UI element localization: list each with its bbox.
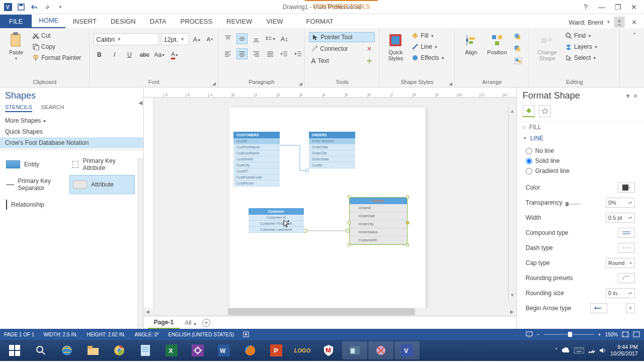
taskbar-snip[interactable] — [368, 341, 393, 359]
font-color-icon[interactable]: A▼ — [169, 49, 180, 60]
taskbar-settings[interactable] — [185, 341, 210, 359]
file-tab[interactable]: FILE — [0, 15, 32, 28]
scrollbar-thumb[interactable] — [228, 308, 415, 315]
erd-customer-header[interactable]: Customer — [249, 208, 304, 215]
line-width-input[interactable]: 0.5 pt▴▾ — [606, 213, 635, 223]
stencils-tab[interactable]: STENCILS — [5, 104, 32, 112]
tab-format[interactable]: FORMAT — [299, 15, 341, 28]
fill-line-tab-icon[interactable] — [523, 105, 535, 117]
compound-type-picker[interactable] — [618, 228, 635, 238]
tab-design[interactable]: DESIGN — [104, 15, 143, 28]
layers-button[interactable]: Layers▼ — [563, 42, 600, 51]
solid-line-radio[interactable] — [526, 158, 532, 164]
shape-styles-launcher-icon[interactable]: ◢ — [449, 81, 452, 86]
align-right-icon[interactable] — [251, 48, 262, 59]
minimize-icon[interactable]: — — [596, 1, 608, 13]
status-page[interactable]: PAGE 1 OF 1 — [4, 332, 34, 337]
send-back-icon[interactable] — [513, 43, 524, 54]
align-center-icon[interactable] — [236, 48, 248, 59]
select-button[interactable]: Select▼ — [563, 53, 600, 62]
line-color-picker[interactable] — [618, 183, 635, 193]
zoom-level[interactable]: 150% — [605, 332, 618, 337]
quick-shapes-item[interactable]: Quick Shapes — [0, 126, 143, 137]
decrease-font-icon[interactable]: A▼ — [204, 34, 215, 45]
align-bottom-icon[interactable] — [251, 33, 262, 44]
shapes-scrollbar[interactable] — [137, 158, 143, 329]
change-case-icon[interactable]: Aa▼ — [154, 49, 165, 60]
fit-page-icon[interactable] — [622, 331, 629, 337]
tray-keyboard-icon[interactable] — [574, 347, 584, 353]
canvas-scroll-vertical[interactable]: ▲▼ — [508, 108, 516, 300]
erd-orders-header[interactable]: ORDERS — [309, 132, 355, 138]
cap-type-select[interactable]: Round▼ — [606, 258, 635, 268]
paragraph-launcher-icon[interactable]: ◢ — [299, 81, 302, 86]
drawing-page[interactable]: CUSTOMERS CustID CustFirstName CustLastN… — [229, 108, 426, 308]
tab-data[interactable]: DATA — [143, 15, 174, 28]
page-tab[interactable]: Page-1 — [148, 317, 180, 329]
font-launcher-icon[interactable]: ◢ — [212, 81, 216, 86]
tray-show-hidden-icon[interactable]: ˄ — [555, 347, 558, 354]
active-stencil[interactable]: Crow's Foot Database Notation — [0, 137, 143, 148]
find-button[interactable]: Find▼ — [563, 31, 600, 40]
taskbar-app1[interactable] — [342, 341, 367, 359]
pointer-tool-button[interactable]: Pointer Tool — [309, 32, 375, 42]
format-painter-button[interactable]: Format Painter — [30, 53, 83, 62]
rounding-size-input[interactable]: 0 in.▴▾ — [606, 288, 635, 298]
shapes-collapse-icon[interactable]: ◀ — [138, 100, 142, 106]
change-shape-button[interactable]: Change Shape — [533, 30, 561, 63]
taskbar-firefox[interactable] — [237, 341, 263, 359]
tray-network-icon[interactable] — [588, 347, 595, 353]
taskbar-chrome[interactable] — [107, 341, 132, 359]
strikethrough-icon[interactable]: abc — [139, 49, 150, 60]
shape-entity[interactable]: Entity — [3, 155, 68, 174]
zoom-out-icon[interactable]: − — [537, 332, 540, 337]
pane-options-icon[interactable]: ▼ — [625, 93, 631, 100]
bring-front-icon[interactable] — [513, 31, 524, 42]
paste-button[interactable]: Paste ▼ — [4, 30, 28, 63]
rounding-presets-picker[interactable] — [618, 273, 635, 283]
page-all[interactable]: All ▲ — [185, 319, 197, 326]
tray-onedrive-icon[interactable] — [562, 347, 570, 353]
shape-attribute[interactable]: Attribute — [69, 175, 135, 194]
tray-volume-icon[interactable] — [599, 347, 606, 353]
taskbar-excel[interactable]: X — [159, 341, 184, 359]
macro-record-icon[interactable] — [243, 331, 249, 337]
bullets-icon[interactable]: ▼ — [265, 33, 276, 44]
begin-arrow-picker[interactable]: ▼ — [626, 303, 635, 313]
connector-tool-button[interactable]: Connector — [309, 44, 362, 53]
tab-insert[interactable]: INSERT — [65, 15, 103, 28]
taskbar-visio[interactable]: V — [394, 341, 420, 359]
close-document-icon[interactable]: ✕ — [628, 16, 640, 28]
position-button[interactable]: Position — [483, 30, 511, 57]
taskbar-notepad[interactable] — [133, 341, 158, 359]
connection-point-icon[interactable] — [364, 55, 375, 66]
align-top-icon[interactable] — [222, 33, 233, 44]
cut-button[interactable]: Cut — [30, 31, 83, 40]
shape-pk-attribute[interactable]: Primary Key Attribute — [69, 155, 135, 174]
canvas-body[interactable]: CUSTOMERS CustID CustFirstName CustLastN… — [144, 98, 516, 308]
align-middle-icon[interactable] — [236, 33, 248, 44]
line-section-toggle[interactable]: ▼LINE — [517, 133, 644, 144]
user-name[interactable]: Ward, Brent — [569, 19, 603, 26]
help-icon[interactable]: ? — [580, 1, 592, 13]
font-size-combo[interactable]: 12pt.▼ — [161, 33, 189, 45]
save-icon[interactable] — [15, 1, 27, 13]
gradient-line-radio[interactable] — [526, 168, 532, 174]
justify-icon[interactable] — [265, 48, 276, 59]
fill-button[interactable]: Fill▼ — [410, 31, 446, 40]
taskbar-logo[interactable]: LOGO — [290, 341, 315, 359]
tab-review[interactable]: REVIEW — [219, 15, 259, 28]
canvas-scroll-horizontal[interactable]: ◀ ▶ — [144, 308, 516, 316]
underline-icon[interactable]: U — [124, 49, 135, 60]
font-name-combo[interactable]: Calibri▼ — [94, 33, 159, 45]
more-shapes-item[interactable]: More Shapes▸ — [0, 115, 143, 126]
begin-arrow-input[interactable] — [590, 303, 607, 313]
tray-clock[interactable]: 9:44 PM 10/26/2017 — [610, 344, 638, 357]
shape-relationship[interactable]: Relationship — [3, 195, 68, 214]
quick-styles-button[interactable]: Quick Styles — [383, 30, 408, 63]
increase-indent-icon[interactable] — [293, 48, 304, 59]
add-page-icon[interactable]: + — [202, 319, 210, 327]
group-icon[interactable] — [513, 55, 524, 66]
taskbar-mcafee[interactable]: M — [316, 341, 341, 359]
search-icon[interactable] — [28, 341, 53, 359]
